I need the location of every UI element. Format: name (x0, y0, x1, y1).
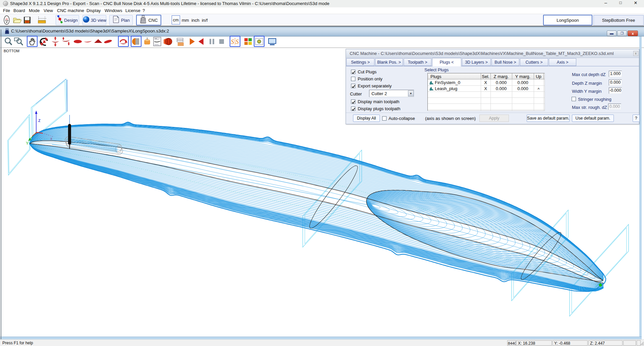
svg-text:x: x (50, 136, 52, 141)
svg-text:Y: Y (26, 141, 29, 146)
svg-text:z: z (38, 118, 41, 123)
svg-text:S: S (236, 38, 239, 45)
svg-text:S: S (231, 38, 234, 45)
